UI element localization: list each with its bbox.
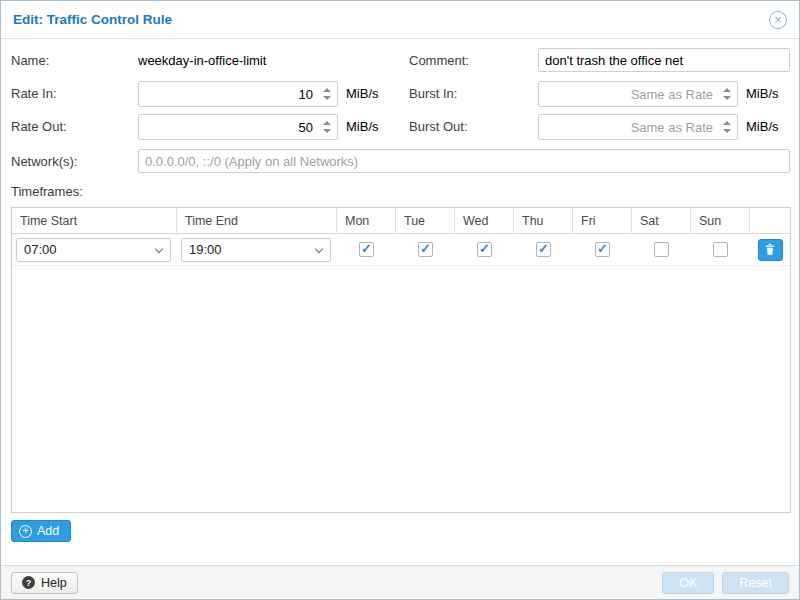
spin-up-icon[interactable] (323, 88, 331, 92)
burst-in-field (538, 81, 738, 107)
delete-row-button[interactable] (758, 239, 783, 261)
chevron-down-icon (315, 244, 323, 252)
rate-out-unit: MiB/s (346, 120, 379, 134)
networks-label: Network(s): (11, 155, 77, 169)
checkbox-thu[interactable] (536, 242, 551, 257)
rate-in-unit: MiB/s (346, 87, 379, 101)
column-header-actions (750, 208, 790, 233)
dialog-header: Edit: Traffic Control Rule × (1, 1, 799, 39)
spin-down-icon[interactable] (723, 96, 731, 100)
dialog-title: Edit: Traffic Control Rule (13, 12, 172, 27)
checkbox-sat[interactable] (654, 242, 669, 257)
burst-in-spinner[interactable] (720, 82, 733, 106)
column-header-fri: Fri (573, 208, 632, 233)
rate-in-field (138, 81, 338, 107)
time-end-select[interactable]: 19:00 (181, 238, 331, 262)
add-button[interactable]: + Add (11, 520, 71, 542)
checkbox-sun[interactable] (713, 242, 728, 257)
table-row: 07:00 19:00 (12, 234, 790, 266)
rate-in-spinner[interactable] (320, 82, 333, 106)
column-header-time-end: Time End (177, 208, 337, 233)
burst-out-field (538, 114, 738, 140)
time-end-value: 19:00 (189, 242, 222, 257)
rate-in-input[interactable] (139, 82, 337, 106)
rate-out-field (138, 114, 338, 140)
column-header-sat: Sat (632, 208, 691, 233)
table-header-row: Time Start Time End Mon Tue Wed Thu Fri … (12, 208, 790, 234)
trash-icon (764, 243, 776, 256)
checkbox-fri[interactable] (595, 242, 610, 257)
question-mark-icon: ? (22, 576, 35, 589)
comment-input[interactable] (538, 48, 790, 72)
rate-out-label: Rate Out: (11, 120, 67, 134)
help-button-label: Help (41, 576, 67, 590)
rate-out-input[interactable] (139, 115, 337, 139)
burst-in-label: Burst In: (409, 87, 457, 101)
spin-down-icon[interactable] (323, 129, 331, 133)
column-header-sun: Sun (691, 208, 750, 233)
close-button[interactable]: × (769, 11, 787, 29)
column-header-tue: Tue (396, 208, 455, 233)
name-value: weekday-in-office-limit (138, 54, 266, 68)
burst-out-unit: MiB/s (746, 120, 779, 134)
edit-traffic-control-rule-dialog: Edit: Traffic Control Rule × Name: weekd… (0, 0, 800, 600)
dialog-footer: ? Help OK Reset (1, 565, 799, 599)
add-button-label: Add (37, 524, 59, 538)
name-label: Name: (11, 54, 49, 68)
time-start-select[interactable]: 07:00 (16, 238, 171, 262)
burst-out-spinner[interactable] (720, 115, 733, 139)
help-button[interactable]: ? Help (11, 572, 78, 594)
plus-circle-icon: + (19, 525, 32, 538)
spin-up-icon[interactable] (323, 121, 331, 125)
spin-down-icon[interactable] (323, 96, 331, 100)
rate-out-spinner[interactable] (320, 115, 333, 139)
column-header-thu: Thu (514, 208, 573, 233)
chevron-down-icon (155, 244, 163, 252)
close-icon: × (774, 13, 782, 26)
checkbox-wed[interactable] (477, 242, 492, 257)
rate-in-label: Rate In: (11, 87, 57, 101)
checkbox-tue[interactable] (418, 242, 433, 257)
reset-button[interactable]: Reset (722, 572, 789, 594)
burst-in-input[interactable] (539, 82, 737, 106)
timeframes-table: Time Start Time End Mon Tue Wed Thu Fri … (11, 207, 791, 513)
burst-out-input[interactable] (539, 115, 737, 139)
column-header-wed: Wed (455, 208, 514, 233)
column-header-mon: Mon (337, 208, 396, 233)
burst-in-unit: MiB/s (746, 87, 779, 101)
spin-up-icon[interactable] (723, 88, 731, 92)
networks-input[interactable] (138, 149, 790, 173)
column-header-time-start: Time Start (12, 208, 177, 233)
ok-button[interactable]: OK (662, 572, 714, 594)
checkbox-mon[interactable] (359, 242, 374, 257)
burst-out-label: Burst Out: (409, 120, 468, 134)
time-start-value: 07:00 (24, 242, 57, 257)
comment-label: Comment: (409, 54, 469, 68)
spin-down-icon[interactable] (723, 129, 731, 133)
spin-up-icon[interactable] (723, 121, 731, 125)
timeframes-label: Timeframes: (11, 185, 83, 199)
